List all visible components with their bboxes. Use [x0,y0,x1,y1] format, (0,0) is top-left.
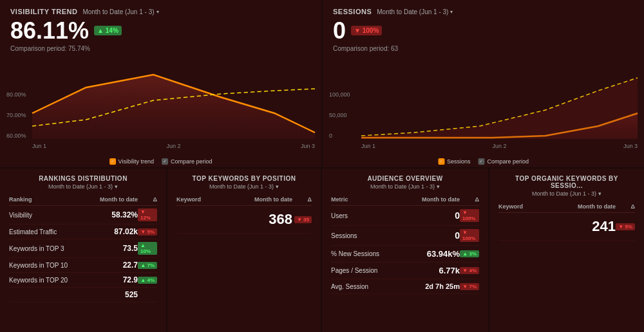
rankings-title: RANKINGS DISTRIBUTION [9,175,157,182]
kw-th-keyword: Keyword [176,196,234,203]
rankings-label-visibility: Visibility [9,212,80,219]
rankings-badge-visibility: ▼ 12% [138,208,157,221]
top-organic-row-1: 241 ▼ 5% [498,213,635,241]
top-organic-chevron-icon: ▾ [598,190,601,197]
sessions-date-range[interactable]: Month to Date (Jun 1 - 3) ▾ [377,8,453,15]
aud-label-sessions: Sessions [331,232,402,239]
legend-sessions-compare: ✓ Compare period [478,158,529,165]
rankings-chevron-icon: ▾ [115,183,118,190]
sessions-x2: Jun 2 [492,143,506,149]
sessions-check-icon: ✓ [438,158,444,165]
svg-marker-0 [32,75,315,139]
y-label-3: 60.00% [6,133,26,139]
top-organic-title: TOP ORGANIC KEYWORDS BY SESSIO... [498,175,635,189]
aud-th-delta: Δ [460,196,479,203]
rankings-th-ranking: Ranking [9,196,80,203]
top-kw-date[interactable]: Month to Date (Jun 1 - 3) ▾ [176,183,312,190]
audience-date[interactable]: Month to Date (Jun 1 - 3) ▾ [331,183,479,190]
top-kw-table-header: Keyword Month to date Δ [176,194,312,206]
chevron-down-icon: ▾ [156,9,159,15]
kw-val-1: 368 [234,211,292,228]
kw-badge-down-icon: ▼ 35 [294,216,312,223]
audience-title: AUDIENCE OVERVIEW [331,175,479,182]
rankings-badge-top20: ▲ 4% [138,277,157,284]
audience-chevron-icon: ▾ [437,183,440,190]
sessions-compare-label: Compare period [487,158,529,165]
top-organic-panel: TOP ORGANIC KEYWORDS BY SESSIO... Month … [489,169,644,332]
rankings-val-visibility: 58.32% [80,210,138,219]
visibility-date-range[interactable]: Month to Date (Jun 1 - 3) ▾ [82,8,158,15]
audience-date-text: Month to Date (Jun 1 - 3) [370,183,435,190]
dashboard: VISIBILITY TREND Month to Date (Jun 1 - … [0,0,644,332]
aud-badge-new-sessions-icon: ▲ 3% [460,250,479,257]
sessions-badge: ▼ 100% [351,26,382,35]
x-label-jun3: Jun 3 [301,143,315,149]
visibility-metric-row: 86.11% ▲ 14% [10,17,311,45]
visibility-date-text: Month to Date (Jun 1 - 3) [82,8,154,15]
rankings-row-visibility: Visibility 58.32% ▼ 12% [9,206,157,225]
top-organic-table-header: Keyword Month to date Δ [498,201,635,213]
sessions-metric-row: 0 ▼ 100% [333,17,634,45]
badge-up-top20-icon: ▲ 4% [138,277,157,284]
legend-sessions: ✓ Sessions [438,158,471,165]
rankings-th-mtd: Month to date [80,196,138,203]
top-kw-row-1: 368 ▼ 35 [176,206,312,234]
top-organic-date[interactable]: Month to Date (Jun 1 - 3) ▾ [498,190,635,197]
aud-val-users: 0 [402,210,460,221]
y-label-2: 70.00% [6,112,26,118]
rankings-badge-traffic: ▼ 5% [138,228,157,235]
legend-compare-label: Compare period [171,158,213,165]
aud-label-avg-session: Avg. Session [331,283,402,290]
sessions-header: SESSIONS Month to Date (Jun 1 - 3) ▾ [333,8,634,15]
top-kw-date-text: Month to Date (Jun 1 - 3) [209,183,274,190]
org-th-mtd: Month to date [558,203,616,210]
rankings-row-traffic: Estimated Traffic 87.02k ▼ 5% [9,225,157,239]
aud-val-avg-session: 2d 7h 25m [402,282,460,290]
sessions-comparison: Comparison period: 63 [333,45,634,52]
kw-th-delta: Δ [292,196,312,203]
rankings-date[interactable]: Month to Date (Jun 1 - 3) ▾ [9,183,157,190]
org-badge-down-icon: ▼ 5% [616,223,635,230]
aud-val-new-sessions: 63.94k% [402,249,460,259]
sessions-legend-label: Sessions [447,158,471,165]
aud-label-new-sessions: % New Sessions [331,250,402,257]
rankings-table-header: Ranking Month to date Δ [9,194,157,206]
badge-up-top3-icon: ▲ 10% [138,242,157,255]
top-organic-date-text: Month to Date (Jun 1 - 3) [532,190,596,197]
y-label-1: 80.00% [6,91,26,98]
aud-badge-sessions-icon: ▼ 100% [460,229,479,242]
aud-label-users: Users [331,212,402,219]
rankings-badge-top3: ▲ 10% [138,242,157,255]
legend-compare: ✓ Compare period [162,158,213,165]
visibility-badge: ▲ 14% [94,26,122,35]
sessions-compare-icon: ✓ [478,158,484,165]
visibility-trend-panel: VISIBILITY TREND Month to Date (Jun 1 - … [0,0,321,167]
rankings-row-top3: Keywords in TOP 3 73.5 ▲ 10% [9,239,157,258]
aud-badge-new-sessions: ▲ 3% [460,250,479,257]
kw-badge-1: ▼ 35 [292,216,312,223]
aud-badge-pages-icon: ▼ 4% [460,267,479,274]
legend-visibility-trend: ✓ Visibility trend [109,158,154,165]
aud-badge-sessions: ▼ 100% [460,229,479,242]
badge-down-traffic-icon: ▼ 5% [138,228,157,235]
sessions-big-number: 0 [333,18,346,44]
sessions-chevron-icon: ▾ [450,9,453,15]
org-badge-1: ▼ 5% [616,223,635,230]
visibility-title: VISIBILITY TREND [10,8,77,15]
sessions-panel: SESSIONS Month to Date (Jun 1 - 3) ▾ 0 ▼… [323,0,644,167]
check-icon: ✓ [109,158,116,165]
org-th-delta: Δ [616,203,635,210]
sessions-x1: Jun 1 [361,143,375,149]
check-compare-icon: ✓ [162,158,168,165]
sessions-chart [361,62,638,139]
rankings-badge-top10: ▲ 7% [138,262,157,269]
rankings-val-last: 525 [80,290,138,299]
audience-panel: AUDIENCE OVERVIEW Month to Date (Jun 1 -… [322,169,489,332]
aud-label-pages: Pages / Session [331,267,402,274]
visibility-chart [32,62,315,139]
rankings-date-text: Month to Date (Jun 1 - 3) [48,183,113,190]
sessions-date-text: Month to Date (Jun 1 - 3) [377,8,448,15]
visibility-big-number: 86.11% [10,18,89,44]
aud-badge-users: ▼ 100% [460,209,479,222]
aud-row-new-sessions: % New Sessions 63.94k% ▲ 3% [331,246,479,263]
